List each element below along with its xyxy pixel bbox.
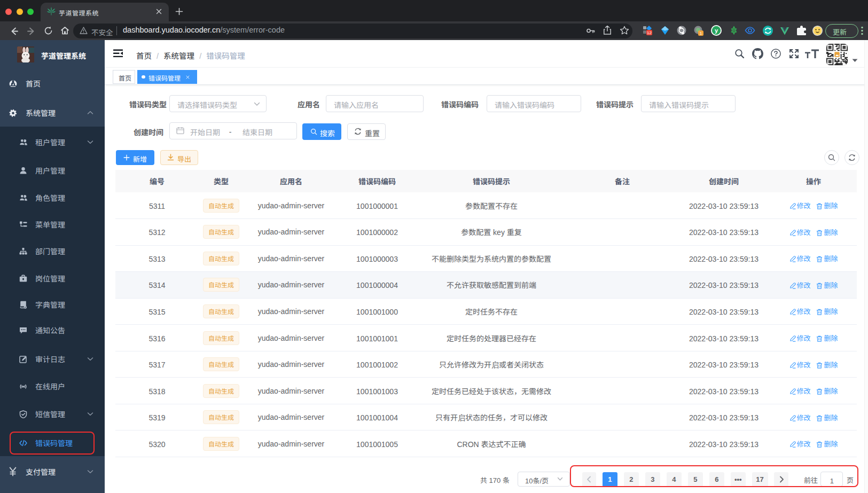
- svg-text:y: y: [715, 27, 718, 34]
- svg-text:1: 1: [700, 31, 702, 36]
- svg-text:12: 12: [647, 30, 652, 35]
